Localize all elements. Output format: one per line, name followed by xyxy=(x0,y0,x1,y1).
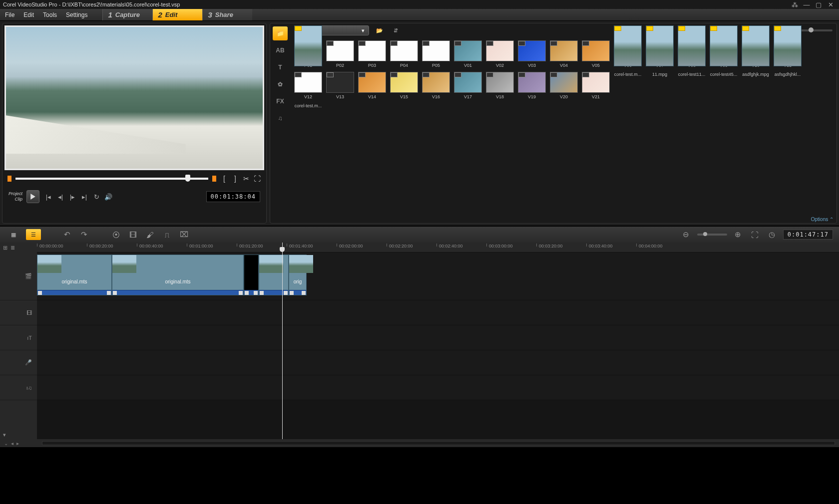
library-tab-graphic[interactable]: ✿ xyxy=(273,77,288,91)
library-item[interactable]: corel-test11... xyxy=(678,72,706,99)
sort-icon[interactable]: ⇵ xyxy=(390,25,401,35)
library-item[interactable]: P02 xyxy=(326,40,354,68)
scrub-thumb[interactable] xyxy=(185,175,190,182)
close-icon[interactable]: ✕ xyxy=(825,1,836,8)
undo-icon[interactable]: ↶ xyxy=(61,230,73,239)
expand-down-icon[interactable]: ▾ xyxy=(3,432,6,438)
music-track[interactable] xyxy=(37,375,839,400)
enlarge-icon[interactable]: ⛶ xyxy=(253,175,261,183)
help-icon[interactable]: ⁂ xyxy=(789,1,800,8)
timeline-clip[interactable]: original.mts xyxy=(37,254,112,295)
timeline-clip[interactable] xyxy=(244,254,259,295)
library-item[interactable]: V01 xyxy=(454,40,482,68)
library-item[interactable]: V13 xyxy=(326,72,354,99)
library-item[interactable]: V04 xyxy=(550,40,578,68)
library-item[interactable]: V02 xyxy=(486,40,514,68)
library-item[interactable]: V15 xyxy=(390,72,418,99)
fit-project-icon[interactable]: ⛶ xyxy=(749,231,761,239)
zoom-slider[interactable] xyxy=(697,234,727,236)
project-duration[interactable]: 0:01:47:17 xyxy=(783,230,833,240)
video-track-header[interactable]: 🎬 xyxy=(0,252,37,300)
library-item[interactable]: corel-test.m... xyxy=(294,103,322,108)
library-item[interactable]: V18 xyxy=(486,72,514,99)
toggle-all-tracks-icon[interactable]: ⊞ xyxy=(3,245,7,251)
scroll-left-icon[interactable]: ◂ xyxy=(11,441,13,446)
step-edit[interactable]: 2Edit xyxy=(152,9,202,20)
sound-mixer-icon[interactable]: ⎍ xyxy=(161,231,173,239)
title-track-header[interactable]: ıT xyxy=(0,325,37,350)
library-item[interactable]: P04 xyxy=(390,40,418,68)
scrub-bar[interactable] xyxy=(15,178,208,180)
clock-icon[interactable]: ◷ xyxy=(766,230,778,239)
minimize-icon[interactable]: — xyxy=(801,1,812,8)
library-item[interactable]: 11.mpg xyxy=(646,72,674,99)
menu-settings[interactable]: Settings xyxy=(66,11,87,18)
video-track[interactable]: original.mtsoriginal.mtsorig xyxy=(37,252,839,300)
scroll-right-icon[interactable]: ▸ xyxy=(16,441,19,446)
step-capture[interactable]: 1Capture xyxy=(102,9,152,20)
redo-icon[interactable]: ↷ xyxy=(78,230,90,239)
voice-track-header[interactable]: 🎤 xyxy=(0,350,37,375)
mode-project-label[interactable]: Project xyxy=(8,191,22,197)
timeline-view-button[interactable]: ☰ xyxy=(26,229,41,240)
overlay-track-header[interactable]: 🎞 xyxy=(0,300,37,325)
trim-in-handle[interactable] xyxy=(7,176,11,182)
step-share[interactable]: 3Share xyxy=(202,9,252,20)
music-track-header[interactable]: ı♫ xyxy=(0,375,37,400)
library-item[interactable]: V21 xyxy=(582,72,610,99)
library-item[interactable]: V03 xyxy=(518,40,546,68)
library-item[interactable]: P05 xyxy=(422,40,450,68)
go-start-icon[interactable]: |◂ xyxy=(44,193,52,201)
library-item[interactable]: asfsgdhjhkl... xyxy=(774,72,802,99)
prev-frame-icon[interactable]: ◂| xyxy=(56,193,64,201)
timeline-clip[interactable]: original.mts xyxy=(112,254,244,295)
zoom-in-icon[interactable]: ⊕ xyxy=(732,230,744,239)
library-item[interactable]: V16 xyxy=(422,72,450,99)
mode-clip-label[interactable]: Clip xyxy=(8,197,22,202)
timeline-clip[interactable]: orig xyxy=(289,254,307,295)
library-options-toggle[interactable]: Options ⌃ xyxy=(811,217,834,222)
painting-creator-icon[interactable]: 🖌 xyxy=(144,231,156,239)
trim-out-handle[interactable] xyxy=(212,176,216,182)
overlay-track[interactable] xyxy=(37,300,839,325)
library-item[interactable]: P03 xyxy=(358,40,386,68)
batch-convert-icon[interactable]: 🎞 xyxy=(127,231,139,239)
voice-track[interactable] xyxy=(37,350,839,375)
menu-file[interactable]: File xyxy=(5,11,14,18)
repeat-icon[interactable]: ↻ xyxy=(92,193,100,201)
volume-icon[interactable]: 🔊 xyxy=(104,193,112,201)
library-item[interactable]: V05 xyxy=(582,40,610,68)
playhead[interactable] xyxy=(282,243,283,439)
storyboard-view-button[interactable]: ▦ xyxy=(6,229,21,240)
time-ruler[interactable]: 00:00:00:0000:00:20:0000:00:40:0000:01:0… xyxy=(37,243,839,252)
timeline-clip[interactable] xyxy=(259,254,289,295)
next-frame-icon[interactable]: |▸ xyxy=(68,193,76,201)
add-folder-icon[interactable]: 📂 xyxy=(374,25,385,35)
horizontal-scrollbar[interactable] xyxy=(42,441,835,445)
mark-in-icon[interactable]: [ xyxy=(220,175,228,183)
library-item[interactable]: asdfghjk.mpg xyxy=(742,72,770,99)
library-item[interactable]: corel-test.m... xyxy=(614,72,642,99)
track-list-icon[interactable]: ≣ xyxy=(10,245,15,251)
collapse-icon[interactable]: ⌄ xyxy=(4,441,8,446)
split-clip-icon[interactable]: ✂ xyxy=(242,175,250,183)
library-item[interactable]: V17 xyxy=(454,72,482,99)
maximize-icon[interactable]: ▢ xyxy=(813,1,824,8)
mark-out-icon[interactable]: ] xyxy=(231,175,239,183)
library-tab-title[interactable]: T xyxy=(273,60,288,74)
title-track[interactable] xyxy=(37,325,839,350)
library-item[interactable]: corel-test45... xyxy=(710,72,738,99)
zoom-out-icon[interactable]: ⊖ xyxy=(680,230,692,239)
preview-timecode[interactable]: 00:01:38:04 xyxy=(206,191,260,202)
library-tab-filter[interactable]: FX xyxy=(273,94,288,108)
library-tab-transition[interactable]: AB xyxy=(273,43,288,57)
instant-project-icon[interactable]: ⌧ xyxy=(178,230,190,239)
library-tab-media[interactable]: 📁 xyxy=(273,26,288,40)
go-end-icon[interactable]: ▸| xyxy=(80,193,88,201)
library-item[interactable]: V12 xyxy=(294,72,322,99)
library-item[interactable]: V14 xyxy=(358,72,386,99)
library-item[interactable]: V19 xyxy=(518,72,546,99)
library-item[interactable]: V20 xyxy=(550,72,578,99)
menu-tools[interactable]: Tools xyxy=(43,11,57,18)
library-tab-audio[interactable]: ♫ xyxy=(273,111,288,125)
